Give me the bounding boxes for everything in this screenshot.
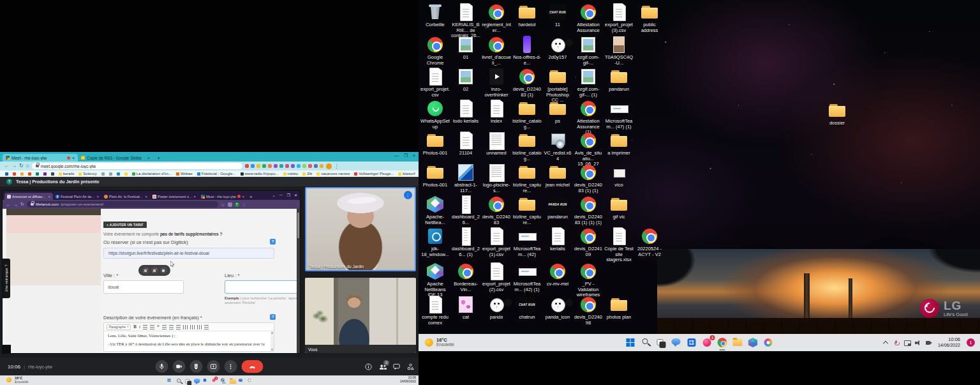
bookmark-item[interactable]: météo xyxy=(283,172,299,176)
pinned-app-pink-taskbar-icon[interactable]: 3 xyxy=(211,378,216,382)
start-taskbar-icon[interactable] xyxy=(625,337,636,348)
help-button[interactable]: ? xyxy=(270,314,276,320)
desktop-icon-index[interactable]: index xyxy=(481,99,512,135)
desktop-icon-gif-vic[interactable]: gif vic xyxy=(604,195,634,225)
restore-icon[interactable]: ❐ xyxy=(287,193,290,197)
forward-icon[interactable]: → xyxy=(11,163,17,169)
align-right-icon[interactable] xyxy=(176,325,181,329)
shared-browser-tab[interactable]: Plein Air, le Festival -...× xyxy=(101,193,150,200)
minimize-icon[interactable]: — xyxy=(394,153,399,158)
bold-button[interactable]: B xyxy=(133,324,137,330)
desktop-icon-01[interactable]: 01 xyxy=(450,35,481,66)
desktop-icon-panda[interactable]: panda xyxy=(481,295,512,326)
reload-icon[interactable]: ↻ xyxy=(20,202,24,207)
close-tab-icon[interactable]: × xyxy=(242,195,244,199)
desktop-icon-devis-d224083-1-1[interactable]: devis_D224083 (1) (1) xyxy=(573,163,604,193)
desktop-icon-todo-kerialis[interactable]: todo kerialis xyxy=(450,99,481,135)
close-tab-icon[interactable]: × xyxy=(193,195,196,199)
close-tab-icon[interactable]: × xyxy=(72,156,75,160)
chrome-taskbar-icon[interactable] xyxy=(717,337,728,348)
home-icon[interactable]: ⌂ xyxy=(26,163,29,169)
extension-icon[interactable] xyxy=(245,164,249,168)
weather-widget[interactable]: 16°C Ensoleillé xyxy=(419,338,454,347)
desktop-icon-avis-de-situatio-15-06-27[interactable]: Avis_de_situatio... 15_06_27 xyxy=(573,131,604,167)
bookmark-item[interactable]: Fidelocal - Google... xyxy=(197,172,236,176)
extension-icon[interactable] xyxy=(251,164,255,168)
desktop-icon-devis-d224083-1[interactable]: devis_D224083 (1) xyxy=(512,67,542,103)
calculator-taskbar-icon[interactable] xyxy=(202,378,207,382)
page-scrollbar[interactable] xyxy=(297,209,300,353)
bookmark-item[interactable]: Zik xyxy=(302,172,312,176)
chat-taskbar-icon[interactable] xyxy=(193,378,198,382)
tile-options-icon[interactable]: ⋮ xyxy=(404,191,412,199)
desktop-icon-bordereau-vin[interactable]: Bordereau-Vin... xyxy=(450,262,481,298)
booking-url-input[interactable]: https://shotgun.live/fr/festivals/plein-… xyxy=(103,248,274,259)
calculator-taskbar-icon[interactable] xyxy=(687,337,697,348)
bookmark-item[interactable] xyxy=(117,172,120,176)
desktop-icon-bizline-catalog[interactable]: bizline_catalog... xyxy=(512,131,542,167)
raise-hand-button[interactable] xyxy=(190,360,203,373)
table-icon[interactable] xyxy=(204,325,209,329)
bookmark-item[interactable] xyxy=(51,172,54,176)
paragraph-style-select[interactable]: Paragraphe▾ xyxy=(107,324,131,330)
desktop-icon-dossier[interactable]: dossier xyxy=(822,101,852,126)
chat-taskbar-icon[interactable] xyxy=(671,337,682,348)
extension-icon[interactable] xyxy=(297,164,301,168)
bookmark-item[interactable]: kitesurf xyxy=(398,172,415,176)
desktop-icon-20220524-acyt-v2[interactable]: 20220524 - ACYT - V2 xyxy=(634,227,665,263)
bookmark-item[interactable] xyxy=(43,172,47,176)
desktop-icon-cv-mv-mel[interactable]: cv-mv-mel xyxy=(542,262,573,298)
extension-icon[interactable] xyxy=(308,164,312,168)
media-icon[interactable] xyxy=(190,325,195,329)
quote-icon[interactable]: ❝ xyxy=(157,324,160,330)
desktop-icon-logo-piscine-s[interactable]: logo-piscine-s... xyxy=(481,163,512,193)
extension-icon[interactable] xyxy=(302,164,306,168)
desktop-icon-devis-d224083[interactable]: devis_D224083 xyxy=(481,195,512,225)
numbered-list-icon[interactable] xyxy=(150,325,154,329)
shared-browser-tab[interactable]: fFestival Plein Air de Dou...× xyxy=(53,193,101,200)
bookmark-item[interactable] xyxy=(101,172,105,176)
desktop-icon-microsoftteam-42[interactable]: MicrosoftTeam... (42) xyxy=(512,227,542,263)
desktop-icon-ezgif-com-gif-1[interactable]: ezgif.com-gif-... (1) xyxy=(573,67,604,103)
desktop-icon-devis-d224109[interactable]: devis_D224109 xyxy=(573,227,604,263)
help-button[interactable]: ? xyxy=(270,239,276,245)
profile-avatar[interactable]: T xyxy=(235,202,239,207)
desktop-icon-bizline-catalog[interactable]: bizline_catalog... xyxy=(512,99,542,135)
chevron-up-icon[interactable] xyxy=(882,340,889,346)
desktop-icon-photos-001[interactable]: Photos-001 xyxy=(420,163,450,193)
desktop-icon-nos-offres-d-e[interactable]: Nos-offres-d-e... xyxy=(512,35,542,66)
extension-icon[interactable] xyxy=(285,164,289,168)
bookmark-item[interactable]: kerails xyxy=(59,172,74,176)
explorer-taskbar-icon[interactable] xyxy=(732,337,743,348)
city-input[interactable]: douai xyxy=(103,280,184,294)
close-tab-icon[interactable]: × xyxy=(48,195,50,199)
task-view-taskbar-icon[interactable] xyxy=(656,337,667,348)
pinned-app-round-taskbar-icon[interactable] xyxy=(247,378,251,382)
desktop-icon-livret-d-accueil[interactable]: livret_d'accueil_... xyxy=(481,35,512,66)
start-taskbar-icon[interactable] xyxy=(167,378,171,382)
tab-search-icon[interactable]: ⌄ xyxy=(272,193,276,197)
desktop-icon-export-projet-csv[interactable]: export_projet.csv xyxy=(420,67,450,103)
close-tab-icon[interactable]: × xyxy=(96,195,99,199)
taskbar-clock[interactable]: 10:06 14/06/2022 xyxy=(938,337,960,348)
extension-icon[interactable] xyxy=(320,164,323,168)
desktop-icon-dashboard-26-1[interactable]: dashboard_26... (1) xyxy=(450,227,481,263)
desktop-icon-public-address[interactable]: public address xyxy=(634,3,665,39)
desktop-icon-photos-001[interactable]: Photos-001 xyxy=(420,131,450,167)
bookmark-item[interactable] xyxy=(5,172,8,176)
extensions-icon[interactable] xyxy=(228,202,232,207)
desktop-icon-pandarun[interactable]: PANDA RUNpandarun xyxy=(542,195,573,225)
extension-icon[interactable] xyxy=(256,164,260,168)
profile-avatar[interactable] xyxy=(326,163,332,169)
desktop-icon-export-projet-1-csv[interactable]: export_projet (1).csv xyxy=(481,227,512,263)
desktop-icon-bizline-capture[interactable]: bizline_capture... xyxy=(512,195,542,225)
activities-icon[interactable] xyxy=(406,363,415,371)
shared-browser-tab[interactable]: Meet - rhe-iuyc-ytw× xyxy=(198,193,247,200)
desktop-icon-unnamed[interactable]: unnamed xyxy=(481,131,512,167)
desktop-icon-a-imprimer[interactable]: a imprimer xyxy=(604,131,634,167)
editor-scrollbar[interactable] xyxy=(271,331,274,351)
mic-tray-icon[interactable] xyxy=(893,340,900,346)
desktop-icon-attestation-assurance[interactable]: Attestation Assurance xyxy=(573,3,604,39)
more-button[interactable] xyxy=(225,360,237,373)
desktop-icon-panda-icon[interactable]: panda_icon xyxy=(542,295,573,326)
